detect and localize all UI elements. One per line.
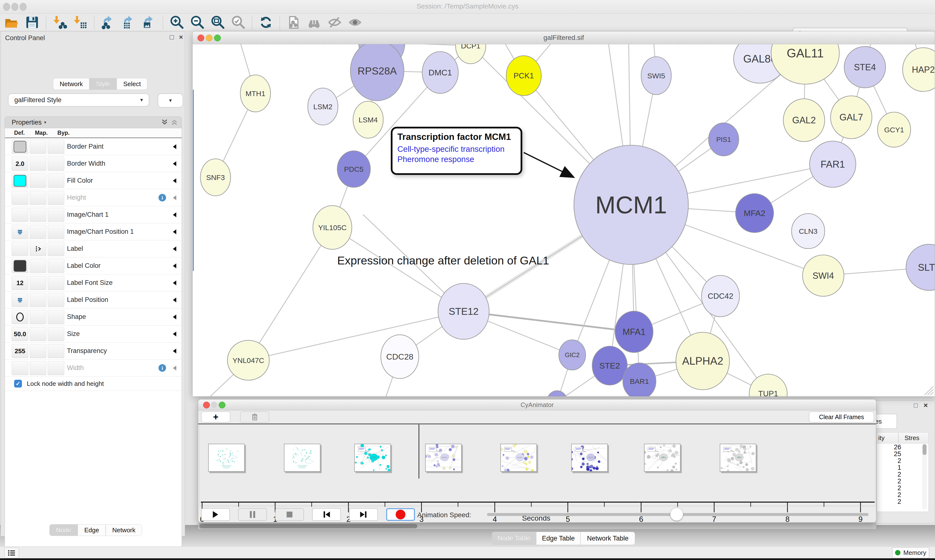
network-node-YIL105C[interactable]: YIL105C	[313, 206, 352, 249]
skip-start-button[interactable]	[312, 508, 341, 521]
network-node-SMALLP[interactable]	[547, 391, 567, 396]
float-panel-icon[interactable]: □	[170, 33, 174, 41]
pause-button[interactable]	[238, 508, 267, 521]
zoom-fit-icon[interactable]	[210, 15, 225, 30]
style-options-button[interactable]: ▾	[158, 94, 183, 108]
refresh-layout-icon[interactable]	[258, 15, 273, 30]
network-node-GCY1[interactable]: GCY1	[878, 112, 911, 147]
expand-property-icon[interactable]	[173, 349, 176, 354]
tab-style[interactable]: Style	[89, 78, 117, 90]
network-node-MFA1[interactable]: MFA1	[615, 311, 653, 352]
network-node-RPS28A[interactable]: RPS28A	[350, 44, 404, 101]
timeline-frame-8[interactable]: MCM1	[720, 444, 756, 472]
network-window-titlebar[interactable]: galFiltered.sif	[193, 31, 935, 44]
network-node-MTH1[interactable]: MTH1	[240, 75, 270, 112]
timeline-frame-7[interactable]: MCM1	[644, 444, 680, 472]
network-node-LSM2[interactable]: LSM2	[308, 88, 338, 125]
tab-network[interactable]: Network	[53, 78, 89, 90]
table-close-icon[interactable]: ×	[924, 401, 928, 409]
zoom-in-icon[interactable]	[169, 15, 184, 30]
zoom-out-icon[interactable]	[190, 15, 205, 30]
expand-property-icon[interactable]	[173, 229, 176, 234]
network-node-FAR1[interactable]: FAR1	[810, 141, 856, 187]
network-node-SNF3[interactable]: SNF3	[201, 159, 231, 196]
export-network-icon[interactable]	[100, 15, 116, 30]
property-row-height[interactable]: Heighti	[5, 189, 182, 206]
network-node-DMC1[interactable]: DMC1	[422, 52, 458, 94]
expand-property-icon[interactable]	[173, 246, 176, 251]
network-node-MFA2[interactable]: MFA2	[736, 194, 774, 232]
property-row-label[interactable]: Label	[5, 240, 182, 257]
expand-property-icon[interactable]	[173, 366, 176, 371]
table-vertical-scrollbar[interactable]	[922, 444, 927, 509]
network-node-GIC2[interactable]: GIC2	[559, 340, 586, 370]
property-row-label-font-size[interactable]: 12Label Font Size	[5, 274, 182, 291]
annotation-link[interactable]: Cell-type-specific transcription	[397, 145, 516, 154]
network-node-CLN3[interactable]: CLN3	[792, 214, 825, 249]
timeline-frame-5[interactable]: MCM1	[500, 444, 537, 472]
property-row-width[interactable]: Widthi	[5, 360, 182, 377]
timeline-frame-4[interactable]: MCM1	[425, 444, 462, 472]
export-table-icon[interactable]	[121, 15, 136, 30]
timeline-playhead[interactable]	[418, 425, 419, 478]
slider-knob[interactable]	[670, 508, 683, 521]
network-node-PDC5[interactable]: PDC5	[337, 151, 370, 187]
table-row[interactable]: 2	[877, 491, 929, 498]
expand-all-icon[interactable]	[161, 119, 168, 126]
close-panel-icon[interactable]: ×	[179, 33, 183, 41]
table-row[interactable]: 2	[877, 498, 929, 505]
column-header[interactable]: Stres	[904, 434, 920, 442]
network-node-BAR1[interactable]: BAR1	[623, 363, 656, 396]
network-node-ALPHA2[interactable]: ALPHA2	[676, 332, 730, 390]
network-node-LSM4[interactable]: LSM4	[353, 101, 383, 138]
table-row[interactable]: 25	[877, 450, 929, 457]
expand-property-icon[interactable]	[173, 332, 176, 337]
property-row-image-chart-1[interactable]: Image/Chart 1	[5, 206, 182, 223]
open-session-icon[interactable]	[4, 15, 19, 30]
play-button[interactable]	[201, 508, 230, 521]
table-row[interactable]: 2	[877, 485, 929, 491]
table-row[interactable]: 1	[877, 464, 929, 471]
table-row[interactable]: 2	[877, 477, 929, 485]
panel-list-button[interactable]	[5, 548, 19, 558]
network-node-GAL7[interactable]: GAL7	[830, 96, 872, 138]
style-selector[interactable]: galFiltered Style▾	[8, 94, 149, 106]
property-row-image-chart-position-1[interactable]: Image/Chart Position 1	[5, 223, 182, 240]
resize-grip-icon[interactable]	[924, 386, 933, 395]
expand-property-icon[interactable]	[173, 263, 176, 268]
record-button[interactable]	[386, 508, 415, 521]
table-row[interactable]: 2	[877, 471, 929, 477]
property-row-border-paint[interactable]: Border Paint	[5, 138, 182, 155]
table-row[interactable]: 2	[877, 457, 929, 464]
tab-edge-table[interactable]: Edge Table	[536, 532, 580, 545]
add-frame-button[interactable]: +	[201, 411, 230, 423]
expand-property-icon[interactable]	[173, 178, 176, 183]
network-node-SLT2[interactable]: SLT2	[906, 244, 935, 291]
timeline-frame-2[interactable]	[284, 444, 321, 472]
delete-frame-button[interactable]	[240, 411, 269, 423]
clear-all-frames-button[interactable]: Clear All Frames	[809, 411, 874, 423]
table-float-icon[interactable]: □	[914, 402, 918, 409]
expand-property-icon[interactable]	[173, 297, 176, 302]
network-node-YNL047C[interactable]: YNL047C	[227, 340, 269, 380]
network-canvas[interactable]: RPS28ADCP1DMC1PCK1MTH1LSM2LSM4SWI5GAL80G…	[193, 44, 935, 396]
network-node-SWI4[interactable]: SWI4	[802, 255, 844, 296]
network-node-SWI5[interactable]: SWI5	[641, 57, 671, 95]
table-row[interactable]: 26	[877, 443, 929, 450]
expand-property-icon[interactable]	[173, 195, 176, 200]
property-row-border-width[interactable]: 2.0Border Width	[5, 155, 182, 172]
property-row-fill-color[interactable]: Fill Color	[5, 172, 182, 189]
collapse-all-icon[interactable]	[170, 119, 178, 126]
property-row-label-color[interactable]: Label Color	[5, 257, 182, 274]
export-image-icon[interactable]	[142, 15, 157, 30]
timeline-frame-1[interactable]	[208, 444, 245, 472]
property-row-transparency[interactable]: 255Transparency	[5, 343, 182, 360]
skip-end-button[interactable]	[349, 508, 378, 521]
import-table-icon[interactable]	[73, 15, 88, 30]
column-header[interactable]: ity	[878, 434, 885, 442]
annotation-box[interactable]: Transcription factor MCM1 Cell-type-spec…	[391, 127, 522, 175]
lock-node-size-checkbox[interactable]: ✓	[14, 380, 22, 388]
expand-property-icon[interactable]	[173, 212, 176, 217]
properties-header[interactable]: Properties▾	[5, 117, 182, 128]
network-node-STE12[interactable]: STE12	[438, 283, 489, 339]
